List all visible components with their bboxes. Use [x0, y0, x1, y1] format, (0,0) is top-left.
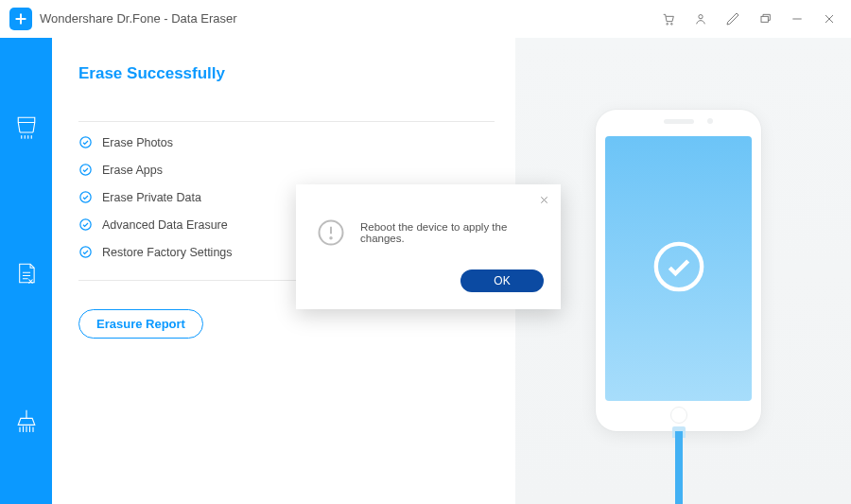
svg-point-8 — [80, 247, 91, 257]
erasure-report-button[interactable]: Erasure Report — [78, 309, 203, 339]
list-item-label: Advanced Data Erasure — [102, 218, 228, 232]
svg-point-9 — [655, 244, 701, 289]
alert-icon — [317, 218, 345, 247]
svg-rect-3 — [761, 16, 768, 22]
list-item-label: Erase Apps — [102, 164, 163, 177]
feedback-icon[interactable] — [719, 5, 747, 33]
list-item-label: Erase Private Data — [102, 191, 201, 204]
dialog-message: Reboot the device to apply the changes. — [360, 221, 540, 244]
app-logo — [9, 8, 32, 30]
svg-point-7 — [80, 219, 91, 230]
check-circle-icon — [78, 190, 93, 204]
phone-screen — [605, 136, 752, 401]
phone-graphic — [596, 110, 761, 431]
plus-icon — [13, 11, 28, 26]
check-circle-icon — [78, 163, 93, 177]
check-circle-icon — [78, 135, 93, 149]
svg-point-11 — [330, 237, 332, 239]
svg-point-1 — [671, 23, 673, 25]
dialog-close-icon[interactable] — [534, 190, 553, 209]
phone-home-button-icon — [670, 407, 687, 424]
close-icon[interactable] — [815, 5, 843, 33]
sidebar-item-cleanup[interactable] — [0, 399, 52, 443]
phone-camera-icon — [707, 118, 713, 124]
svg-point-5 — [80, 165, 91, 175]
titlebar: Wondershare Dr.Fone - Data Eraser — [0, 0, 851, 38]
cart-icon[interactable] — [654, 5, 683, 33]
svg-point-4 — [80, 137, 91, 148]
check-circle-icon — [78, 245, 93, 259]
phone-speaker-icon — [664, 119, 694, 124]
minimize-icon[interactable] — [783, 5, 811, 33]
restore-window-icon[interactable] — [751, 5, 779, 33]
app-title: Wondershare Dr.Fone - Data Eraser — [40, 11, 237, 26]
divider — [78, 121, 495, 122]
app-window: Wondershare Dr.Fone - Data Eraser — [0, 0, 851, 504]
reboot-dialog: Reboot the device to apply the changes. … — [296, 184, 561, 309]
sidebar-item-report[interactable] — [0, 252, 52, 295]
svg-point-0 — [667, 23, 669, 25]
list-item-label: Erase Photos — [102, 136, 173, 149]
sidebar — [0, 38, 52, 504]
svg-point-2 — [699, 14, 703, 18]
user-icon[interactable] — [686, 5, 715, 33]
device-panel — [515, 38, 851, 504]
svg-point-6 — [80, 192, 91, 202]
check-circle-icon — [651, 239, 706, 298]
check-circle-icon — [78, 217, 93, 232]
sidebar-item-erase[interactable] — [0, 104, 52, 148]
cable-icon — [675, 431, 683, 504]
list-item-label: Restore Factory Settings — [102, 246, 233, 259]
ok-button[interactable]: OK — [460, 269, 544, 292]
